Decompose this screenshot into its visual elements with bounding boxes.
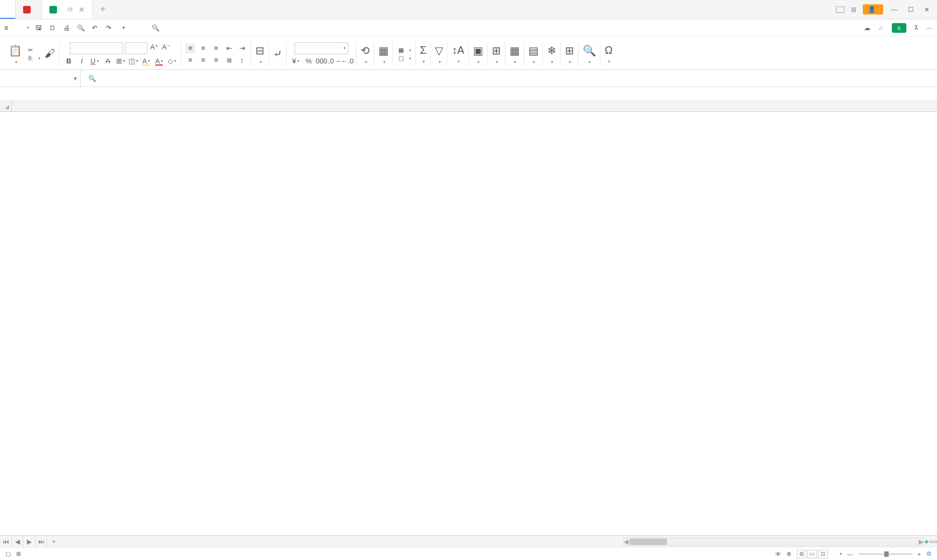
increase-decimal-icon[interactable]: .0→: [330, 56, 339, 66]
fill-button[interactable]: ▣▾: [473, 44, 483, 64]
merge-center-button[interactable]: ⊟▾: [255, 44, 264, 64]
view-page-button[interactable]: ▭: [807, 550, 817, 558]
save-icon[interactable]: 🖫: [34, 24, 43, 32]
currency-icon[interactable]: ¥▾: [291, 56, 301, 66]
align-justify-icon[interactable]: ≣: [224, 55, 234, 65]
tab-workbook[interactable]: ⟳ ✕: [42, 0, 93, 19]
search-input[interactable]: [163, 24, 270, 32]
cut-button[interactable]: ✂: [26, 46, 40, 54]
indent-left-icon[interactable]: ⇤: [224, 44, 234, 53]
collab-button[interactable]: ⛬: [878, 24, 884, 32]
align-right-icon[interactable]: ≡: [211, 55, 221, 65]
name-box[interactable]: ▾: [0, 70, 81, 87]
cond-format-button[interactable]: ▦▾: [378, 44, 389, 64]
clear-format-icon[interactable]: ◇▾: [167, 56, 177, 66]
table-tool-button[interactable]: ⊞▾: [565, 44, 574, 64]
align-center-icon[interactable]: ≡: [198, 55, 208, 65]
filter-button[interactable]: ▽▾: [435, 44, 443, 64]
align-bottom-icon[interactable]: ≡: [211, 44, 221, 53]
chevron-down-icon[interactable]: ▾: [74, 75, 77, 82]
cancel-icon[interactable]: 🔍: [88, 75, 96, 82]
indent-right-icon[interactable]: ⇥: [237, 44, 247, 53]
undo-icon[interactable]: ↶: [90, 24, 99, 32]
tab-docer[interactable]: [16, 0, 42, 19]
number-format-select[interactable]: ▾: [295, 42, 348, 54]
paste-button[interactable]: 📋▾: [9, 44, 22, 64]
freeze-button[interactable]: ❄▾: [547, 44, 556, 64]
add-sheet-button[interactable]: +: [47, 538, 60, 545]
eye-icon[interactable]: 👁: [775, 551, 781, 557]
settings-icon[interactable]: ⚙: [926, 550, 932, 557]
sheet-nav-prev[interactable]: ◀: [12, 536, 24, 548]
type-convert-button[interactable]: ⟲▾: [361, 44, 370, 64]
cell-ref-input[interactable]: [19, 74, 62, 82]
cell-style-button[interactable]: ▢▾: [397, 54, 411, 62]
status-cell-icon[interactable]: ⊞: [16, 550, 21, 557]
paste-icon: 📋: [9, 44, 22, 57]
sort-button[interactable]: ↕A▾: [452, 44, 464, 64]
font-color-icon[interactable]: A▾: [154, 56, 164, 66]
font-size-select[interactable]: [125, 42, 147, 54]
tab-home[interactable]: [0, 0, 16, 19]
hamburger-icon[interactable]: ≡: [4, 24, 13, 32]
orientation-icon[interactable]: ↕: [237, 55, 247, 65]
format-painter-button[interactable]: 🖌: [45, 47, 55, 61]
maximize-button[interactable]: ☐: [906, 5, 915, 15]
close-icon[interactable]: ✕: [78, 5, 85, 14]
rowcol-button[interactable]: ▦▾: [510, 44, 520, 64]
border-icon[interactable]: ⊞▾: [116, 56, 125, 66]
apps-icon[interactable]: ⊞: [851, 6, 856, 13]
worksheet-button[interactable]: ▤▾: [528, 44, 539, 64]
zoom-out-button[interactable]: —: [847, 551, 853, 557]
underline-icon[interactable]: U▾: [90, 56, 99, 66]
preview-icon[interactable]: 🔍: [76, 24, 85, 32]
zoom-slider[interactable]: [859, 554, 912, 555]
comma-icon[interactable]: 000: [317, 56, 326, 66]
sheet-nav-last[interactable]: ⏭: [35, 536, 47, 548]
sheet-nav-first[interactable]: ⏮: [0, 536, 12, 548]
sum-button[interactable]: Σ▾: [420, 44, 426, 64]
view-break-button[interactable]: ⊡: [818, 550, 828, 558]
cells-button[interactable]: ⊞▾: [492, 44, 501, 64]
decrease-font-icon[interactable]: A⁻: [161, 42, 171, 52]
increase-font-icon[interactable]: A⁺: [149, 42, 159, 52]
font-name-select[interactable]: [70, 42, 123, 54]
status-icon[interactable]: ▢: [5, 550, 11, 557]
symbol-button[interactable]: Ω▾: [605, 44, 613, 64]
align-left-icon[interactable]: ≡: [185, 55, 195, 65]
align-middle-icon[interactable]: ≡: [198, 44, 208, 53]
decrease-decimal-icon[interactable]: ←.0: [342, 56, 352, 66]
print-preview-icon[interactable]: 🗋: [48, 24, 57, 32]
select-all-corner[interactable]: [0, 100, 12, 111]
horizontal-scrollbar[interactable]: ◀▶: [623, 537, 924, 546]
layout-icon[interactable]: [836, 6, 845, 13]
qa-more-icon[interactable]: ▾: [119, 24, 128, 32]
refresh-icon[interactable]: ⟳: [68, 6, 73, 13]
chevron-up-icon[interactable]: ︿: [926, 23, 933, 32]
cloud-status[interactable]: ☁: [864, 24, 870, 32]
minimize-button[interactable]: —: [890, 5, 899, 15]
new-tab-button[interactable]: +: [93, 0, 112, 19]
ribbon-collapse-icon[interactable]: ⊼: [914, 24, 919, 32]
bold-icon[interactable]: B: [64, 56, 74, 66]
find-button[interactable]: 🔍▾: [583, 44, 596, 64]
percent-icon[interactable]: %: [304, 56, 313, 66]
file-menu[interactable]: [15, 27, 24, 29]
cell-effect-icon[interactable]: ◫▾: [128, 56, 138, 66]
redo-icon[interactable]: ↷: [104, 24, 113, 32]
align-top-icon[interactable]: ≡: [185, 44, 195, 53]
share-button[interactable]: ⎋: [892, 23, 906, 33]
print-icon[interactable]: 🖨: [62, 24, 71, 32]
sheet-nav-next[interactable]: ▶: [24, 536, 35, 548]
wrap-text-button[interactable]: ⤶: [273, 47, 282, 61]
table-style-button[interactable]: ▦▾: [397, 46, 411, 54]
italic-icon[interactable]: I: [77, 56, 87, 66]
focus-icon[interactable]: ⊕: [786, 550, 791, 557]
fill-color-icon[interactable]: A▾: [141, 56, 151, 66]
zoom-in-button[interactable]: +: [918, 551, 921, 557]
strikethrough-icon[interactable]: A̶: [103, 56, 112, 66]
login-button[interactable]: 👤: [863, 4, 883, 15]
close-button[interactable]: ✕: [922, 5, 932, 15]
copy-button[interactable]: ⎘▾: [26, 54, 40, 62]
view-normal-button[interactable]: ⊞: [797, 550, 806, 558]
